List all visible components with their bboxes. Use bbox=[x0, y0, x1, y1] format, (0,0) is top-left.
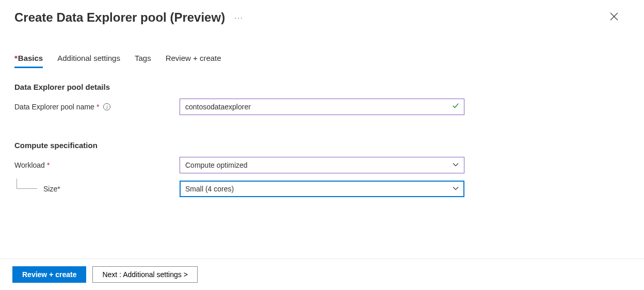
workload-select[interactable]: Compute optimized bbox=[180, 157, 464, 173]
form-content: Data Explorer pool details Data Explorer… bbox=[0, 83, 644, 197]
tab-tags[interactable]: Tags bbox=[135, 54, 151, 68]
tabs: *Basics Additional settings Tags Review … bbox=[0, 54, 644, 68]
required-indicator: * bbox=[14, 54, 18, 62]
required-indicator: * bbox=[47, 161, 50, 169]
pool-name-input[interactable] bbox=[180, 99, 464, 115]
header-left: Create Data Explorer pool (Preview) ··· bbox=[14, 10, 244, 25]
label-text: Size bbox=[43, 185, 57, 193]
label-text: Workload bbox=[14, 161, 45, 169]
next-button[interactable]: Next : Additional settings > bbox=[92, 266, 197, 283]
footer: Review + create Next : Additional settin… bbox=[0, 259, 644, 290]
tree-connector bbox=[17, 179, 37, 189]
tab-additional-settings[interactable]: Additional settings bbox=[57, 54, 120, 68]
more-icon[interactable]: ··· bbox=[234, 13, 244, 22]
page-header: Create Data Explorer pool (Preview) ··· bbox=[0, 0, 644, 27]
label-text: Data Explorer pool name bbox=[14, 103, 94, 111]
row-size: Size * Small (4 cores) bbox=[14, 181, 630, 197]
tab-review-create[interactable]: Review + create bbox=[166, 54, 221, 68]
label-workload: Workload * bbox=[14, 161, 180, 169]
check-icon bbox=[452, 102, 459, 111]
tab-label: Basics bbox=[18, 54, 43, 62]
label-pool-name: Data Explorer pool name * i bbox=[14, 103, 180, 111]
select-value: Compute optimized bbox=[185, 161, 248, 169]
chevron-down-icon bbox=[453, 185, 459, 193]
close-icon[interactable] bbox=[606, 8, 622, 27]
page-title: Create Data Explorer pool (Preview) bbox=[14, 10, 225, 25]
size-select[interactable]: Small (4 cores) bbox=[180, 181, 464, 197]
label-size: Size * bbox=[14, 185, 180, 193]
row-pool-name: Data Explorer pool name * i bbox=[14, 99, 630, 115]
tab-basics[interactable]: *Basics bbox=[14, 54, 43, 68]
row-workload: Workload * Compute optimized bbox=[14, 157, 630, 173]
required-indicator: * bbox=[96, 103, 99, 111]
required-indicator: * bbox=[57, 185, 60, 193]
input-wrap-pool-name bbox=[180, 99, 464, 115]
chevron-down-icon bbox=[453, 162, 459, 169]
section-title-details: Data Explorer pool details bbox=[14, 83, 630, 91]
review-create-button[interactable]: Review + create bbox=[12, 266, 86, 283]
select-value: Small (4 cores) bbox=[185, 185, 234, 193]
section-title-compute: Compute specification bbox=[14, 141, 630, 150]
info-icon[interactable]: i bbox=[103, 103, 110, 110]
